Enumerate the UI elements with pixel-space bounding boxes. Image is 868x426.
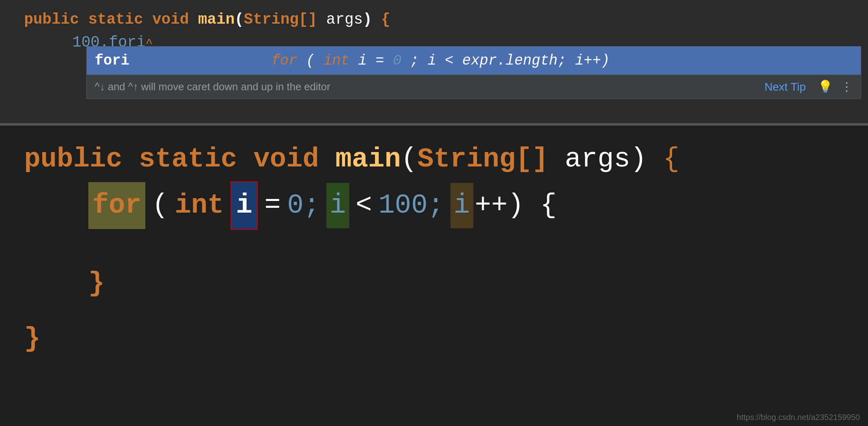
zero-val: 0 (393, 53, 401, 69)
tip-content: ^↓ and ^↑ will move caret down and up in… (95, 81, 330, 93)
param-name: args (326, 8, 363, 31)
var-i-brown: i (450, 183, 473, 228)
keyword-static: static (88, 8, 143, 31)
outer-closing-brace: } (24, 317, 844, 361)
bottom-line-1: public static void main ( String[] args)… (24, 138, 844, 181)
inner-closing-brace: } (24, 262, 844, 306)
b-keyword-static: static (139, 138, 237, 181)
bottom-line-2: for ( int i = 0; i < 100; i ++) { (24, 181, 844, 230)
equals-sign: = (264, 184, 281, 227)
var-i-red-bordered: i (230, 181, 258, 230)
autocomplete-dropdown: fori for ( int i = 0 ; i < expr.length; … (86, 46, 861, 99)
b-method-params: ( (401, 138, 418, 181)
keyword-void: void (152, 8, 189, 31)
for-paren: ( (152, 184, 168, 227)
tip-icons: 💡 ⋮ (818, 79, 853, 94)
top-panel: public static void main ( String[] args … (0, 0, 868, 124)
b-method-name: main (335, 138, 401, 181)
more-options-icon[interactable]: ⋮ (841, 79, 853, 94)
int-keyword: int (175, 184, 224, 227)
code-area-bottom: public static void main ( String[] args)… (24, 138, 844, 361)
bulb-icon: 💡 (818, 79, 833, 94)
bottom-panel: public static void main ( String[] args)… (0, 126, 868, 426)
paren-open: ( (235, 8, 244, 31)
brace-open: { (381, 8, 390, 31)
for-keyword-highlight: for (88, 182, 145, 229)
tip-bar: ^↓ and ^↑ will move caret down and up in… (87, 75, 861, 99)
next-tip-button[interactable]: Next Tip (764, 81, 806, 93)
zero-value: 0; (287, 184, 320, 227)
b-keyword-void: void (253, 138, 319, 181)
empty-line (24, 230, 844, 262)
code-line-1: public static void main ( String[] args … (24, 8, 844, 31)
watermark: https://blog.csdn.net/a2352159950 (737, 413, 860, 422)
var-i-green: i (326, 183, 349, 228)
paren-close: ) (363, 8, 372, 31)
hundred-value: 100; (379, 184, 444, 227)
autocomplete-keyword: fori (95, 53, 207, 69)
autocomplete-item[interactable]: fori for ( int i = 0 ; i < expr.length; … (87, 47, 861, 75)
autocomplete-description: for ( int i = 0 ; i < expr.length; i++) (271, 53, 610, 69)
tip-text: ^↓ and ^↑ will move caret down and up in… (95, 81, 756, 93)
b-param-type: String[] (417, 138, 548, 181)
int-type: int (324, 53, 350, 69)
less-than: < (356, 184, 372, 227)
param-type: String[] (244, 8, 317, 31)
for-keyword: for (271, 53, 297, 69)
keyword-public: public (24, 8, 79, 31)
increment-op: ++) { (475, 184, 557, 227)
b-keyword-public: public (24, 138, 122, 181)
method-name: main (198, 8, 234, 31)
empty-line-2 (24, 305, 844, 317)
